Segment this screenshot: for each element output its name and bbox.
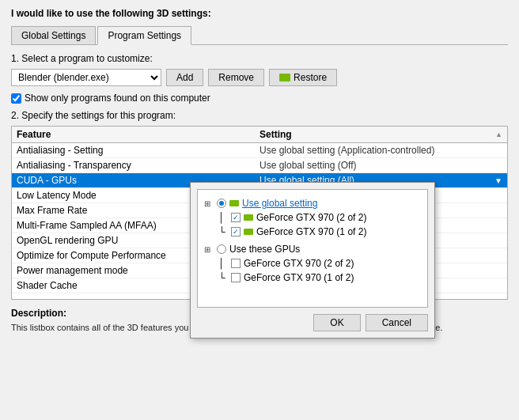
cell-setting: Use global setting (Application-controll… <box>260 145 502 156</box>
main-title: I would like to use the following 3D set… <box>11 8 508 19</box>
gpu1b-label: GeForce GTX 970 (1 of 2) <box>256 226 366 237</box>
tree-option2-label[interactable]: Use these GPUs <box>229 244 300 255</box>
table-row[interactable]: Antialiasing - Transparency Use global s… <box>12 158 507 173</box>
tree-child2: │ GeForce GTX 970 (2 of 2) └ GeForce GTX… <box>218 256 421 285</box>
table-row[interactable]: Antialiasing - Setting Use global settin… <box>12 143 507 158</box>
tabs-container: Global Settings Program Settings <box>11 25 508 45</box>
scroll-up-arrow[interactable]: ▲ <box>495 131 502 138</box>
nvidia-icon-small3 <box>244 229 253 235</box>
cancel-button[interactable]: Cancel <box>366 314 428 331</box>
gpu2a-label: GeForce GTX 970 (2 of 2) <box>244 258 354 269</box>
tree-option2-row[interactable]: ⊞ Use these GPUs <box>204 242 421 256</box>
tree-option1-row[interactable]: ⊞ Use global setting <box>204 196 421 210</box>
show-only-row: Show only programs found on this compute… <box>11 93 508 104</box>
tree-child-item[interactable]: └ GeForce GTX 970 (1 of 2) <box>218 271 421 285</box>
gpu-popup: ⊞ Use global setting │ GeForce GTX 970 (… <box>190 182 435 339</box>
nvidia-icon-small <box>229 200 239 206</box>
checkbox-gpu3[interactable] <box>231 259 241 268</box>
ok-button[interactable]: OK <box>313 314 360 331</box>
tree-radio-global[interactable] <box>217 199 226 208</box>
main-panel: I would like to use the following 3D set… <box>0 0 519 420</box>
cell-feature: Antialiasing - Setting <box>17 145 260 156</box>
gpu2b-label: GeForce GTX 970 (1 of 2) <box>244 272 354 283</box>
header-feature: Feature <box>17 129 260 140</box>
header-setting: Setting ▲ <box>260 129 502 140</box>
tree-child-item[interactable]: │ GeForce GTX 970 (2 of 2) <box>218 256 421 271</box>
tab-program[interactable]: Program Settings <box>97 26 191 45</box>
section2-label: 2. Specify the settings for this program… <box>11 110 508 121</box>
add-button[interactable]: Add <box>166 69 203 86</box>
table-header: Feature Setting ▲ <box>12 127 507 143</box>
popup-buttons: OK Cancel <box>197 314 428 331</box>
show-only-checkbox[interactable] <box>11 93 21 104</box>
tree-line2: └ <box>218 226 228 237</box>
section1-label: 1. Select a program to customize: <box>11 53 508 64</box>
nvidia-icon <box>279 74 290 81</box>
nvidia-icon-small2 <box>244 214 253 221</box>
tree-line4: └ <box>218 272 228 283</box>
tree-child-item[interactable]: │ GeForce GTX 970 (2 of 2) <box>218 210 421 225</box>
tree-child1a: │ GeForce GTX 970 (2 of 2) └ GeForce GTX… <box>218 210 421 239</box>
tab-global[interactable]: Global Settings <box>11 26 96 45</box>
cell-setting: Use global setting (Off) <box>260 160 502 171</box>
checkbox-gpu2[interactable] <box>231 227 241 236</box>
checkbox-gpu1[interactable] <box>231 213 241 222</box>
tree-expand-icon[interactable]: ⊞ <box>204 199 214 208</box>
gpu1a-label: GeForce GTX 970 (2 of 2) <box>256 212 366 223</box>
tree-line3: │ <box>218 258 228 269</box>
tree-expand-icon2[interactable]: ⊞ <box>204 245 214 254</box>
tree-option1-label[interactable]: Use global setting <box>242 198 317 209</box>
restore-button[interactable]: Restore <box>269 69 337 86</box>
show-only-label: Show only programs found on this compute… <box>25 93 210 104</box>
program-row: Blender (blender.exe) Add Remove Restore <box>11 69 508 86</box>
program-select[interactable]: Blender (blender.exe) <box>11 69 161 86</box>
popup-content: ⊞ Use global setting │ GeForce GTX 970 (… <box>197 189 428 308</box>
tree-radio-these[interactable] <box>217 244 226 254</box>
dropdown-arrow[interactable]: ▼ <box>494 176 502 185</box>
checkbox-gpu4[interactable] <box>231 273 241 282</box>
cell-feature: Antialiasing - Transparency <box>17 160 260 171</box>
remove-button[interactable]: Remove <box>208 69 264 86</box>
tree-line: │ <box>218 212 228 223</box>
tree-child-item[interactable]: └ GeForce GTX 970 (1 of 2) <box>218 225 421 239</box>
